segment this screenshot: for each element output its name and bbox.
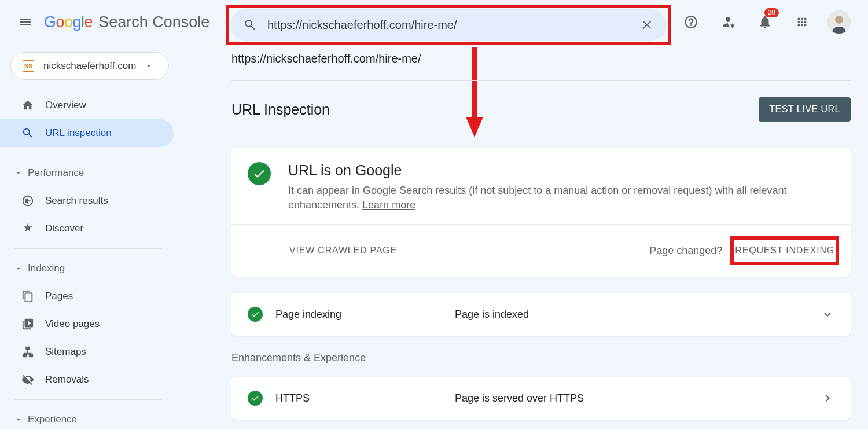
avatar[interactable] bbox=[827, 10, 851, 34]
inspected-url: https://nickschaeferhoff.com/hire-me/ bbox=[231, 52, 851, 65]
search-icon bbox=[243, 18, 257, 32]
menu-icon bbox=[19, 15, 32, 29]
divider bbox=[14, 248, 162, 249]
sidebar-section-indexing[interactable]: Indexing bbox=[0, 255, 179, 282]
sidebar-section-performance[interactable]: Performance bbox=[0, 159, 179, 187]
request-indexing-button[interactable]: REQUEST INDEXING bbox=[735, 245, 834, 255]
sidebar-item-label: Overview bbox=[45, 100, 86, 111]
enhancements-title: Enhancements & Experience bbox=[231, 352, 851, 364]
test-live-url-button[interactable]: TEST LIVE URL bbox=[759, 97, 851, 122]
avatar-image bbox=[827, 10, 851, 34]
video-pages-icon bbox=[21, 318, 35, 330]
discover-icon bbox=[21, 222, 35, 235]
sitemap-icon bbox=[21, 346, 35, 358]
notification-badge: 20 bbox=[764, 8, 779, 17]
main-content: https://nickschaeferhoff.com/hire-me/ UR… bbox=[231, 52, 851, 430]
dropdown-caret-icon bbox=[145, 63, 152, 69]
row-status: Page is indexed bbox=[455, 308, 529, 321]
sidebar-item-overview[interactable]: Overview bbox=[0, 91, 174, 119]
product-logo[interactable]: Google Search Console bbox=[44, 13, 209, 31]
hamburger-menu[interactable] bbox=[12, 8, 39, 36]
sidebar-item-label: Video pages bbox=[45, 318, 100, 330]
sidebar-item-label: Sitemaps bbox=[45, 346, 86, 358]
google-g-icon bbox=[21, 194, 35, 207]
google-logo: Google bbox=[44, 13, 93, 31]
success-check-icon bbox=[248, 162, 271, 185]
learn-more-link[interactable]: Learn more bbox=[362, 199, 415, 211]
row-status: Page is served over HTTPS bbox=[455, 392, 584, 405]
removals-icon bbox=[21, 373, 35, 386]
pages-icon bbox=[21, 290, 35, 303]
property-selector[interactable]: NS nickschaeferhoff.com bbox=[10, 52, 169, 80]
sidebar-item-video-pages[interactable]: Video pages bbox=[0, 310, 174, 338]
status-title: URL is on Google bbox=[288, 162, 834, 179]
row-label: Page indexing bbox=[275, 308, 455, 321]
sidebar-item-sitemaps[interactable]: Sitemaps bbox=[0, 338, 174, 366]
sidebar-item-search-results[interactable]: Search results bbox=[0, 187, 174, 215]
caret-down-icon bbox=[15, 265, 22, 272]
search-icon bbox=[21, 127, 35, 139]
row-label: HTTPS bbox=[275, 392, 455, 405]
property-name: nickschaeferhoff.com bbox=[43, 60, 136, 72]
page-indexing-row[interactable]: Page indexing Page is indexed bbox=[231, 293, 851, 336]
status-description: It can appear in Google Search results (… bbox=[288, 183, 834, 212]
help-button[interactable] bbox=[679, 10, 703, 34]
view-crawled-page-button[interactable]: VIEW CRAWLED PAGE bbox=[289, 245, 397, 256]
success-check-icon bbox=[248, 391, 263, 406]
apps-grid-icon bbox=[796, 16, 808, 28]
url-search-bar[interactable] bbox=[230, 9, 667, 41]
section-title: Experience bbox=[28, 414, 77, 425]
sidebar-item-label: Search results bbox=[45, 195, 108, 207]
sidebar-section-experience[interactable]: Experience bbox=[0, 406, 179, 430]
search-input[interactable] bbox=[267, 19, 640, 32]
sidebar-item-pages[interactable]: Pages bbox=[0, 282, 174, 310]
request-indexing-highlight: REQUEST INDEXING bbox=[730, 236, 839, 265]
svg-point-1 bbox=[835, 16, 843, 24]
chevron-down-icon bbox=[821, 307, 834, 321]
page-changed-label: Page changed? bbox=[649, 245, 722, 257]
status-card: URL is on Google It can appear in Google… bbox=[231, 148, 851, 277]
sidebar-item-url-inspection[interactable]: URL inspection bbox=[0, 119, 174, 147]
users-button[interactable] bbox=[716, 10, 740, 34]
search-highlight-box bbox=[226, 5, 671, 45]
product-name: Search Console bbox=[98, 13, 209, 31]
divider bbox=[14, 153, 162, 153]
page-title: URL Inspection bbox=[231, 101, 330, 118]
sidebar-item-label: Discover bbox=[45, 223, 83, 234]
home-icon bbox=[21, 99, 35, 112]
https-row[interactable]: HTTPS Page is served over HTTPS bbox=[231, 377, 851, 420]
clear-icon[interactable] bbox=[640, 18, 654, 32]
sidebar-item-label: Pages bbox=[45, 291, 73, 302]
sidebar-item-label: URL inspection bbox=[45, 127, 112, 139]
sidebar: NS nickschaeferhoff.com Overview URL ins… bbox=[0, 44, 179, 430]
help-icon bbox=[683, 14, 698, 30]
chevron-right-icon bbox=[821, 391, 834, 405]
apps-button[interactable] bbox=[790, 10, 814, 34]
notifications-button[interactable]: 20 bbox=[753, 10, 777, 34]
section-title: Performance bbox=[28, 167, 84, 179]
divider bbox=[231, 80, 851, 81]
caret-down-icon bbox=[15, 416, 22, 423]
caret-down-icon bbox=[15, 170, 22, 177]
divider bbox=[14, 399, 162, 400]
success-check-icon bbox=[248, 307, 263, 322]
sidebar-item-label: Removals bbox=[45, 374, 89, 385]
user-settings-icon bbox=[720, 14, 735, 30]
section-title: Indexing bbox=[28, 263, 65, 274]
sidebar-item-discover[interactable]: Discover bbox=[0, 215, 174, 242]
sidebar-item-removals[interactable]: Removals bbox=[0, 366, 174, 394]
property-favicon: NS bbox=[23, 60, 34, 72]
